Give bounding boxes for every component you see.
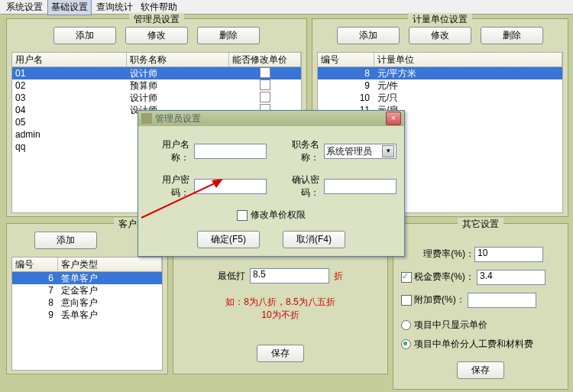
- cust-table[interactable]: 6签单客户7定金客户8意向客户9丢单客户: [11, 272, 163, 371]
- table-row[interactable]: 8元/平方米: [318, 67, 562, 79]
- menu-item[interactable]: 基础设置: [47, 0, 92, 15]
- pwd2-input[interactable]: [324, 179, 397, 194]
- user-label: 用户名称：: [146, 138, 189, 164]
- panel-title: 管理员设置: [129, 13, 184, 26]
- dialog-icon: [141, 113, 152, 124]
- price-permission-checkbox[interactable]: [237, 210, 248, 221]
- pwd-input[interactable]: [194, 179, 267, 194]
- table-header: 编号 计量单位: [317, 52, 563, 67]
- add-button[interactable]: 添加: [34, 232, 97, 249]
- opt1-label: 项目中只显示单价: [414, 319, 487, 330]
- pwd2-label: 确认密码：: [276, 173, 319, 199]
- table-row[interactable]: 8意向客户: [12, 296, 162, 309]
- menu-item[interactable]: 系统设置: [3, 0, 46, 15]
- panel-other: 其它设置 理费率(%)：10 税金费率(%)： 3.4 附加费(%)： 项目中只…: [393, 223, 568, 390]
- cancel-button[interactable]: 取消(F4): [283, 231, 345, 248]
- job-label: 职务名称：: [276, 138, 319, 164]
- mgmt-label: 理费率(%)：: [401, 248, 474, 261]
- dialog-title: 管理员设置: [155, 112, 201, 125]
- discount-hint: 如：8为八折，8.5为八五折: [189, 296, 372, 309]
- extra-label: 附加费(%)：: [414, 294, 465, 305]
- discount-label: 最低打: [218, 270, 245, 283]
- tax-input[interactable]: 3.4: [477, 270, 545, 285]
- table-row[interactable]: 02预算师: [12, 79, 301, 92]
- opt1-radio[interactable]: [401, 320, 411, 330]
- checkbox[interactable]: [260, 92, 270, 102]
- menu-item[interactable]: 软件帮助: [138, 0, 180, 15]
- discount-unit: 折: [334, 270, 343, 283]
- table-row[interactable]: 9丢单客户: [12, 309, 162, 321]
- del-button[interactable]: 删除: [481, 27, 543, 44]
- edit-button[interactable]: 修改: [409, 27, 471, 44]
- opt2-radio[interactable]: [401, 339, 411, 349]
- panel-title: 其它设置: [458, 218, 503, 231]
- job-select[interactable]: 系统管理员▾: [324, 144, 397, 159]
- ok-button[interactable]: 确定(F5): [197, 231, 260, 248]
- save-button[interactable]: 保存: [457, 361, 504, 379]
- table-row[interactable]: 6签单客户: [12, 272, 162, 284]
- edit-button[interactable]: 修改: [125, 27, 188, 44]
- table-row[interactable]: 01设计师: [12, 67, 301, 79]
- tax-label: 税金费率(%)：: [414, 271, 474, 282]
- mgmt-input[interactable]: 10: [474, 247, 543, 262]
- price-permission-label: 修改单价权限: [251, 209, 306, 222]
- chevron-down-icon: ▾: [382, 145, 394, 157]
- table-header: 编号 客户类型: [11, 257, 163, 272]
- table-header: 用户名 职务名称 能否修改单价: [11, 52, 302, 67]
- tax-checkbox[interactable]: [401, 272, 412, 283]
- dialog-admin: 管理员设置 × 用户名称： 职务名称： 系统管理员▾ 用户密码： 确认密码： 修…: [138, 110, 405, 257]
- discount-hint: 10为不折: [189, 309, 372, 322]
- panel-title: 计量单位设置: [408, 13, 472, 26]
- checkbox[interactable]: [260, 67, 270, 78]
- del-button[interactable]: 删除: [197, 27, 260, 44]
- menu-item[interactable]: 查询统计: [93, 0, 136, 15]
- checkbox[interactable]: [260, 79, 270, 90]
- table-row[interactable]: 9元/件: [318, 79, 562, 92]
- extra-checkbox[interactable]: [401, 295, 412, 306]
- table-row[interactable]: 03设计师: [12, 92, 301, 104]
- menu-bar: 系统设置 基础设置 查询统计 软件帮助: [0, 0, 573, 15]
- extra-input[interactable]: [468, 293, 536, 308]
- pwd-label: 用户密码：: [146, 173, 189, 199]
- add-button[interactable]: 添加: [53, 27, 116, 44]
- add-button[interactable]: 添加: [337, 27, 400, 44]
- discount-input[interactable]: 8.5: [250, 268, 329, 283]
- table-row[interactable]: 7定金客户: [12, 284, 162, 296]
- user-input[interactable]: [194, 144, 267, 159]
- table-row[interactable]: 10元/只: [318, 92, 562, 104]
- opt2-label: 项目中单价分人工费和材料费: [414, 339, 533, 349]
- dialog-titlebar[interactable]: 管理员设置 ×: [138, 111, 404, 126]
- save-button[interactable]: 保存: [257, 345, 304, 362]
- close-icon[interactable]: ×: [386, 112, 401, 125]
